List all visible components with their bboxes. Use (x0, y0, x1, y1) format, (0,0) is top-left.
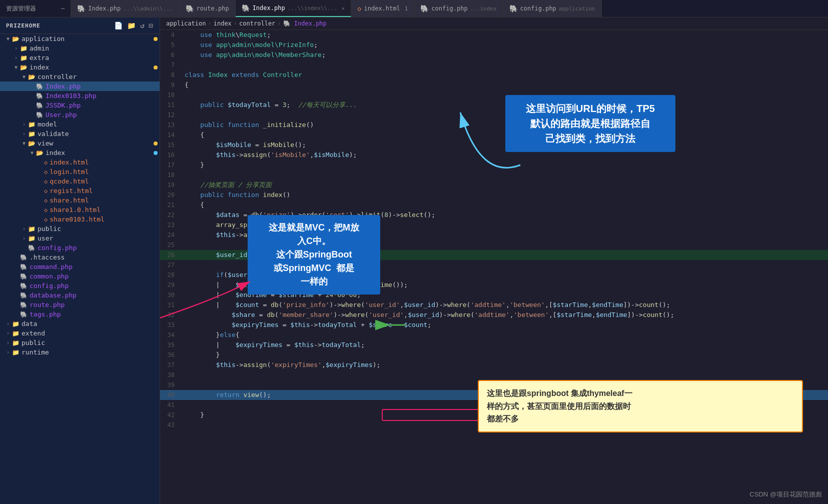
tab-index-active[interactable]: 🐘 Index.php ...\\index\\... ✕ (236, 0, 351, 17)
code-line: 11 public $todayTotal = 3; //每天可以分享... (160, 100, 828, 110)
sidebar-actions: 📄 📁 ↺ ⊟ (114, 22, 154, 30)
tab-index-admin[interactable]: 🐘 Index.php ...\\admin\\... (71, 0, 179, 17)
sidebar-item-tags-php[interactable]: 🐘 tags.php (0, 310, 160, 319)
code-content[interactable]: 4 use think\Request; 5 use app\admin\mod… (160, 30, 828, 504)
sidebar-item-data[interactable]: › 📁 data (0, 319, 160, 328)
php-icon: 🐘 (20, 311, 28, 318)
tab-config-app[interactable]: 🐘 config.php application (503, 0, 602, 17)
code-line: 15 $isMobile = isMobile(); (160, 140, 828, 150)
sidebar-item-index-html[interactable]: ◇ index.html (0, 158, 160, 167)
arrow-icon: › (12, 55, 20, 60)
folder-icon: 📁 (20, 45, 28, 52)
refresh-icon[interactable]: ↺ (140, 22, 145, 30)
html-icon: ◇ (357, 4, 361, 12)
sidebar-item-public-root[interactable]: › 📁 public (0, 338, 160, 348)
html-icon: ◇ (44, 206, 48, 214)
sidebar-item-index-php[interactable]: 🐘 Index.php (0, 82, 160, 91)
php-icon: 🐘 (36, 92, 44, 100)
sidebar-item-share10-html[interactable]: ◇ share1.0.html (0, 205, 160, 214)
folder-icon: 📁 (12, 330, 20, 337)
php-icon: 🐘 (20, 264, 28, 270)
code-line: 31 | $count = db('prize_info')->where('u… (160, 300, 828, 310)
php-icon: 🐘 (242, 4, 250, 12)
arrow-icon: › (4, 350, 12, 355)
sidebar-item-login-html[interactable]: ◇ login.html (0, 167, 160, 176)
tab-close-button[interactable]: ✕ (342, 6, 345, 11)
watermark: CSDN @项目花园范德彪 (749, 490, 822, 499)
collapse-icon[interactable]: ⊟ (149, 22, 154, 30)
sidebar-item-common-php[interactable]: 🐘 common.php (0, 272, 160, 281)
sidebar-item-view-index[interactable]: ▼ 📂 index (0, 148, 160, 158)
sidebar-item-model[interactable]: › 📁 model (0, 120, 160, 129)
php-icon: 🐘 (36, 102, 44, 109)
sidebar-item-config-index-php[interactable]: 🐘 config.php (0, 243, 160, 252)
html-icon: ◇ (44, 159, 48, 166)
sidebar-item-database-php[interactable]: 🐘 database.php (0, 290, 160, 300)
sidebar-item-validate[interactable]: › 📁 validate (0, 129, 160, 138)
php-icon: 🐘 (20, 302, 28, 308)
sidebar-item-user[interactable]: › 📁 user (0, 234, 160, 243)
new-folder-icon[interactable]: 📁 (127, 22, 136, 30)
arrow-icon: › (20, 122, 28, 127)
sidebar-item-regist-html[interactable]: ◇ regist.html (0, 186, 160, 196)
top-bar: 资源管理器 ⋯ 🐘 Index.php ...\\admin\\... 🐘 ro… (0, 0, 828, 18)
sidebar-item-admin[interactable]: › 📁 admin (0, 44, 160, 53)
folder-icon: 📂 (36, 150, 44, 156)
folder-icon: 📁 (20, 54, 28, 62)
arrow-icon: ▼ (28, 150, 36, 156)
sidebar-item-user-php[interactable]: 🐘 User.php (0, 110, 160, 120)
html-icon: ◇ (44, 168, 48, 176)
sidebar-item-application[interactable]: ▼ 📂 application (0, 34, 160, 44)
sidebar-item-route-php[interactable]: 🐘 route.php (0, 300, 160, 310)
sidebar-item-command-php[interactable]: 🐘 command.php (0, 262, 160, 272)
code-line: 13 public function _initialize() (160, 120, 828, 130)
sidebar-item-extend[interactable]: › 📁 extend (0, 328, 160, 338)
tab-index-html[interactable]: ◇ index.html 1 (351, 0, 414, 17)
folder-icon: 📂 (12, 36, 20, 42)
sidebar-title: PRIZEHOME (6, 22, 41, 29)
folder-icon: 📁 (28, 226, 36, 232)
tab-route[interactable]: 🐘 route.php (180, 0, 236, 17)
code-line: 33 $expiryTimes = $this->todayTotal + $s… (160, 320, 828, 330)
code-line: 12 (160, 110, 828, 120)
php-icon: 🐘 (36, 83, 44, 90)
sidebar-item-config-root-php[interactable]: 🐘 config.php (0, 281, 160, 290)
html-icon: ◇ (44, 216, 48, 223)
sidebar-item-extra[interactable]: › 📁 extra (0, 53, 160, 62)
code-line: 20 public function index() (160, 190, 828, 200)
code-line: 37 $this->assign('expiryTimes',$expiryTi… (160, 360, 828, 370)
sidebar-item-index0103-php[interactable]: 🐘 Index0103.php (0, 91, 160, 100)
annotation-mvc: 这是就是MVC，把M放入C中。这个跟SpringBoot或SpringMVC 都… (248, 215, 380, 294)
sidebar-item-qcode-html[interactable]: ◇ qcode.html (0, 176, 160, 186)
sidebar-item-view[interactable]: ▼ 📂 view (0, 138, 160, 148)
code-line: 17 } (160, 160, 828, 170)
modified-dot (154, 151, 158, 155)
modified-dot (154, 142, 158, 146)
folder-icon: 📁 (12, 320, 20, 328)
folder-icon: 📁 (28, 130, 36, 138)
arrow-icon: ▼ (12, 64, 20, 70)
folder-icon: 📂 (20, 64, 28, 71)
sidebar-item-index-folder[interactable]: ▼ 📂 index (0, 62, 160, 72)
new-file-icon[interactable]: 📄 (114, 22, 123, 30)
code-line: 5 use app\admin\model\PrizeInfo; (160, 40, 828, 50)
sidebar-item-share0103-html[interactable]: ◇ share0103.html (0, 214, 160, 224)
tabs-area: 🐘 Index.php ...\\admin\\... 🐘 route.php … (71, 0, 828, 17)
code-editor: application › index › controller › 🐘 Ind… (160, 18, 828, 504)
code-line: 10 (160, 90, 828, 100)
tab-config-index[interactable]: 🐘 config.php ...index (414, 0, 503, 17)
sidebar-item-htaccess[interactable]: 🐘 .htaccess (0, 252, 160, 262)
arrow-icon: › (4, 321, 12, 326)
sidebar-item-public-index[interactable]: › 📁 public (0, 224, 160, 234)
code-line: 21 { (160, 200, 828, 210)
sidebar-item-runtime[interactable]: › 📁 runtime (0, 348, 160, 357)
sidebar-item-controller[interactable]: ▼ 📂 controller (0, 72, 160, 82)
code-line: 18 (160, 170, 828, 180)
sidebar-item-share-html[interactable]: ◇ share.html (0, 196, 160, 205)
php-icon: 🐘 (420, 4, 429, 12)
php-icon: 🐘 (77, 4, 86, 12)
sidebar-item-jssdk-php[interactable]: 🐘 JSSDK.php (0, 100, 160, 110)
more-button[interactable]: ⋯ (61, 5, 65, 12)
folder-icon: 📁 (12, 340, 20, 346)
php-icon: 🐘 (186, 4, 194, 12)
